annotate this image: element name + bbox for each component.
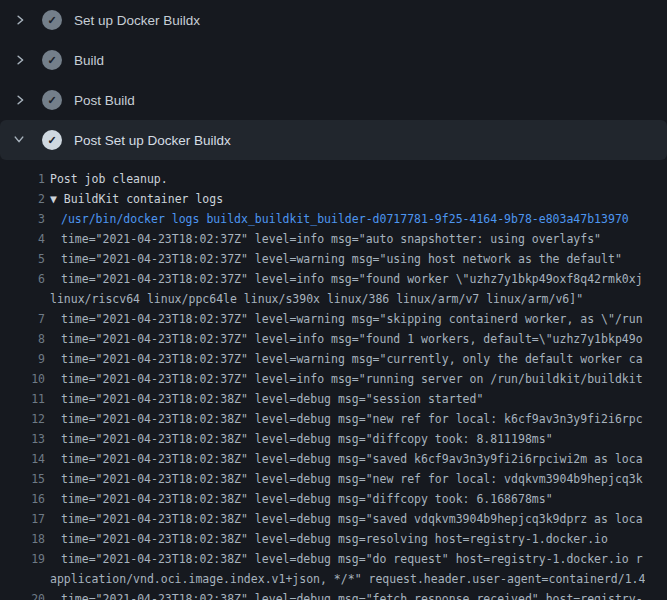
log-line: 7 time="2021-04-23T18:02:37Z" level=warn… (0, 309, 667, 329)
line-number[interactable]: 3 (0, 209, 45, 229)
chevron-right-icon (13, 93, 27, 107)
step-row-post-build[interactable]: ✓ Post Build (0, 80, 667, 120)
log-text: time="2021-04-23T18:02:38Z" level=debug … (45, 549, 643, 569)
line-number[interactable]: 9 (0, 349, 45, 369)
log-line: 10 time="2021-04-23T18:02:37Z" level=inf… (0, 369, 667, 389)
line-number[interactable]: 8 (0, 329, 45, 349)
line-number[interactable]: 10 (0, 369, 45, 389)
log-text: time="2021-04-23T18:02:38Z" level=debug … (45, 389, 483, 409)
log-text: time="2021-04-23T18:02:37Z" level=info m… (45, 369, 643, 389)
log-line: 1 Post job cleanup. (0, 169, 667, 189)
check-icon: ✓ (42, 90, 62, 110)
line-number[interactable]: 11 (0, 389, 45, 409)
log-text: time="2021-04-23T18:02:37Z" level=warnin… (45, 249, 622, 269)
log-line: linux/riscv64 linux/ppc64le linux/s390x … (0, 289, 667, 309)
log-line: 12 time="2021-04-23T18:02:38Z" level=deb… (0, 409, 667, 429)
log-line: 2 ▼ BuildKit container logs (0, 189, 667, 209)
log-line: 11 time="2021-04-23T18:02:38Z" level=deb… (0, 389, 667, 409)
log-text[interactable]: ▼ BuildKit container logs (45, 189, 223, 209)
line-number[interactable]: 13 (0, 429, 45, 449)
log-text: /usr/bin/docker logs buildx_buildkit_bui… (45, 209, 629, 229)
step-label: Post Build (74, 93, 135, 108)
check-icon: ✓ (42, 10, 62, 30)
line-number[interactable]: 20 (0, 589, 45, 600)
line-number[interactable]: 7 (0, 309, 45, 329)
line-number[interactable]: 5 (0, 249, 45, 269)
line-number[interactable]: 16 (0, 489, 45, 509)
log-line: 19 time="2021-04-23T18:02:38Z" level=deb… (0, 549, 667, 569)
check-icon: ✓ (42, 50, 62, 70)
log-text: time="2021-04-23T18:02:38Z" level=debug … (45, 589, 643, 600)
line-number[interactable]: 2 (0, 189, 45, 209)
log-text: time="2021-04-23T18:02:37Z" level=info m… (45, 229, 601, 249)
log-text: linux/riscv64 linux/ppc64le linux/s390x … (45, 289, 583, 309)
log-line: 14 time="2021-04-23T18:02:38Z" level=deb… (0, 449, 667, 469)
log-line: 9 time="2021-04-23T18:02:37Z" level=warn… (0, 349, 667, 369)
step-list: ✓ Set up Docker Buildx ✓ Build ✓ Post Bu… (0, 0, 667, 160)
log-text: time="2021-04-23T18:02:37Z" level=info m… (45, 329, 643, 349)
step-label: Build (74, 53, 104, 68)
log-line: 17 time="2021-04-23T18:02:38Z" level=deb… (0, 509, 667, 529)
step-row-post-set-up-docker-buildx[interactable]: ✓ Post Set up Docker Buildx (0, 120, 667, 160)
line-number[interactable]: 4 (0, 229, 45, 249)
line-number[interactable] (0, 569, 45, 589)
log-text: time="2021-04-23T18:02:37Z" level=warnin… (45, 349, 643, 369)
log-line: 8 time="2021-04-23T18:02:37Z" level=info… (0, 329, 667, 349)
log-text: time="2021-04-23T18:02:38Z" level=debug … (45, 469, 643, 489)
log-text: time="2021-04-23T18:02:38Z" level=debug … (45, 509, 643, 529)
log-line: 13 time="2021-04-23T18:02:38Z" level=deb… (0, 429, 667, 449)
chevron-right-icon (13, 53, 27, 67)
log-text: time="2021-04-23T18:02:38Z" level=debug … (45, 449, 643, 469)
line-number[interactable]: 17 (0, 509, 45, 529)
log-text: time="2021-04-23T18:02:38Z" level=debug … (45, 529, 608, 549)
chevron-down-icon (13, 133, 27, 147)
log-line: application/vnd.oci.image.index.v1+json,… (0, 569, 667, 589)
log-line: 3 /usr/bin/docker logs buildx_buildkit_b… (0, 209, 667, 229)
log-text: time="2021-04-23T18:02:37Z" level=warnin… (45, 309, 643, 329)
step-label: Set up Docker Buildx (74, 13, 200, 28)
log-line: 5 time="2021-04-23T18:02:37Z" level=warn… (0, 249, 667, 269)
log-line: 15 time="2021-04-23T18:02:38Z" level=deb… (0, 469, 667, 489)
line-number[interactable]: 18 (0, 529, 45, 549)
step-row-build[interactable]: ✓ Build (0, 40, 667, 80)
log-line: 4 time="2021-04-23T18:02:37Z" level=info… (0, 229, 667, 249)
log-text: Post job cleanup. (45, 169, 168, 189)
log-text: application/vnd.oci.image.index.v1+json,… (45, 569, 645, 589)
line-number[interactable]: 1 (0, 169, 45, 189)
line-number[interactable]: 15 (0, 469, 45, 489)
log-text: time="2021-04-23T18:02:37Z" level=info m… (45, 269, 643, 289)
log-text: time="2021-04-23T18:02:38Z" level=debug … (45, 409, 643, 429)
line-number[interactable]: 12 (0, 409, 45, 429)
line-number[interactable]: 14 (0, 449, 45, 469)
log-line: 6 time="2021-04-23T18:02:37Z" level=info… (0, 269, 667, 289)
group-arrow-icon: ▼ (50, 192, 64, 206)
log-text: time="2021-04-23T18:02:38Z" level=debug … (45, 429, 553, 449)
line-number[interactable]: 19 (0, 549, 45, 569)
check-icon: ✓ (42, 130, 62, 150)
log-text: time="2021-04-23T18:02:38Z" level=debug … (45, 489, 553, 509)
log-output: 1 Post job cleanup. 2 ▼ BuildKit contain… (0, 169, 667, 600)
line-number[interactable]: 6 (0, 269, 45, 289)
log-line: 16 time="2021-04-23T18:02:38Z" level=deb… (0, 489, 667, 509)
actions-log-viewer: ✓ Set up Docker Buildx ✓ Build ✓ Post Bu… (0, 0, 667, 600)
step-row-set-up-docker-buildx[interactable]: ✓ Set up Docker Buildx (0, 0, 667, 40)
log-line: 18 time="2021-04-23T18:02:38Z" level=deb… (0, 529, 667, 549)
chevron-right-icon (13, 13, 27, 27)
line-number[interactable] (0, 289, 45, 309)
log-line: 20 time="2021-04-23T18:02:38Z" level=deb… (0, 589, 667, 600)
step-label: Post Set up Docker Buildx (74, 133, 231, 148)
